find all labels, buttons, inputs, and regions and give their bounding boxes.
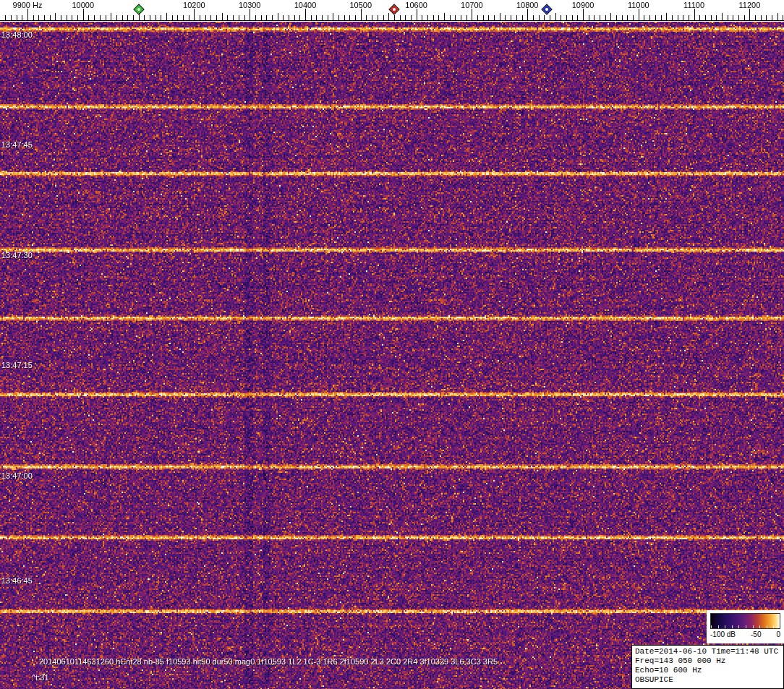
freq-axis-label: 10300 <box>239 1 261 9</box>
color-scale-min-label: -100 dB <box>710 630 736 638</box>
time-axis-label: 13:47:45 <box>1 140 33 149</box>
freq-axis-label: 10600 <box>405 1 427 9</box>
freq-axis-label: 10800 <box>516 1 539 9</box>
color-scale-ticks <box>711 625 780 628</box>
info-echo-frequency: Echo=10 600 Hz <box>635 666 780 675</box>
color-scale-max-label: 0 <box>776 630 780 638</box>
time-axis-label: 13:48:00 <box>1 30 33 39</box>
freq-axis-label: 10400 <box>294 1 317 9</box>
info-date-time: Date=2014-06-10 Time=11:48 UTC <box>635 647 780 656</box>
time-axis-label: 13:47:30 <box>1 251 33 260</box>
freq-axis-label: 11100 <box>683 1 704 9</box>
spectrogram-waterfall-canvas <box>0 22 784 689</box>
freq-axis-label: 11000 <box>628 1 649 9</box>
freq-axis-label: 10700 <box>461 1 483 9</box>
time-axis-label: 13:47:15 <box>1 361 33 369</box>
time-axis-label: 13:46:45 <box>1 576 33 585</box>
color-scale-labels: -100 dB -50 0 <box>710 630 780 638</box>
detection-status-line: 20140610114631260 hCnt28 nb-85 f10593 hi… <box>39 657 498 666</box>
info-frequency: Freq=143 050 000 Hz <box>635 656 780 666</box>
meteor-spectrogram-app: 9900 Hz100001020010300104001050010600107… <box>0 0 784 689</box>
freq-axis-label: 10000 <box>72 1 95 9</box>
freq-axis-label: 11200 <box>739 1 761 9</box>
freq-axis-label: 10900 <box>572 1 595 9</box>
db-color-scale: -100 dB -50 0 <box>707 610 784 643</box>
color-scale-mid-label: -50 <box>751 630 761 638</box>
freq-axis-label: 9900 Hz <box>13 1 43 9</box>
time-axis-label: 13:47:00 <box>1 471 33 480</box>
frequency-ruler: 9900 Hz100001020010300104001050010600107… <box>0 0 784 22</box>
delta-t-readout: ^t:31 <box>32 673 49 682</box>
info-station-name: OBSUPICE <box>635 675 780 685</box>
freq-axis-label: 10200 <box>183 1 205 9</box>
color-gradient-bar <box>710 613 780 629</box>
observation-info-panel: Date=2014-06-10 Time=11:48 UTC Freq=143 … <box>631 645 784 689</box>
freq-axis-label: 10500 <box>350 1 372 9</box>
